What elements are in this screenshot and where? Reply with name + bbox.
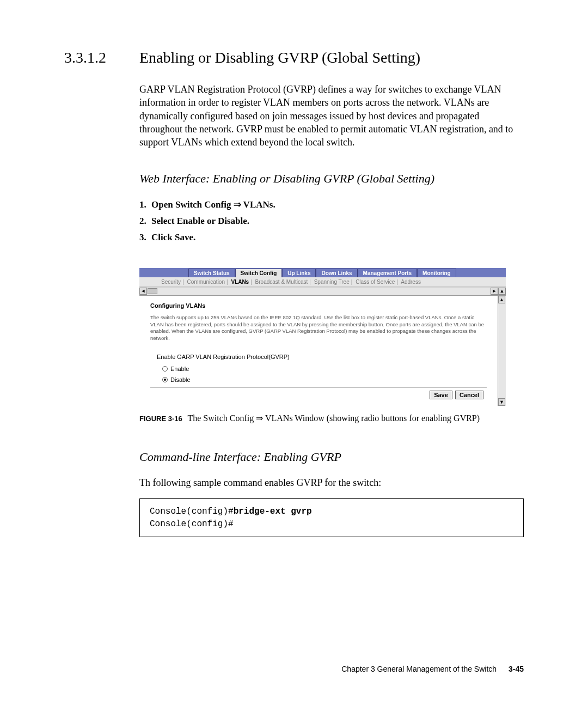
save-button[interactable]: Save xyxy=(430,391,452,399)
cli-line1-prefix: Console(config)# xyxy=(150,507,234,516)
radio-enable-dot[interactable] xyxy=(162,366,168,372)
step-2: Select Enable or Disable. xyxy=(151,216,249,226)
panel-description: The switch supports up to 255 VLANs base… xyxy=(150,314,487,341)
cli-line1-command: bridge-ext gvrp xyxy=(234,507,312,516)
cli-intro: Th following sample command enables GVRP… xyxy=(139,477,524,489)
cancel-button[interactable]: Cancel xyxy=(455,391,483,399)
subnav-address[interactable]: Address xyxy=(401,279,421,285)
scroll-left-icon[interactable]: ◄ xyxy=(139,288,147,295)
subnav-security[interactable]: Security xyxy=(161,279,181,285)
subnav-communication[interactable]: Communication xyxy=(187,279,225,285)
cli-code-block: Console(config)#bridge-ext gvrp Console(… xyxy=(139,498,524,537)
subnav-broadcast-multicast[interactable]: Broadcast & Multicast xyxy=(255,279,308,285)
subnav-class-of-service[interactable]: Class of Service xyxy=(356,279,395,285)
cli-heading: Command-line Interface: Enabling GVRP xyxy=(139,450,524,464)
radio-disable-dot[interactable] xyxy=(162,377,168,382)
step-3: Click Save. xyxy=(151,232,195,242)
tab-switch-config[interactable]: Switch Config xyxy=(235,269,283,277)
sub-nav: Security| Communication| VLANs| Broadcas… xyxy=(139,277,506,287)
figure-label: FIGURE 3-16 xyxy=(139,415,182,423)
section-paragraph: GARP VLAN Registration Protocol (GVRP) d… xyxy=(139,83,524,149)
main-tabs: Switch Status Switch Config Up Links Dow… xyxy=(139,268,506,277)
scroll-up-icon[interactable]: ▲ xyxy=(498,296,505,303)
step-1: Open Switch Config ⇒ VLANs. xyxy=(151,199,275,210)
subnav-vlans[interactable]: VLANs xyxy=(231,279,249,285)
scroll-right-icon[interactable]: ► xyxy=(491,288,498,295)
web-interface-heading: Web Interface: Enabling or Disabling GVR… xyxy=(139,172,524,186)
radio-disable[interactable]: Disable xyxy=(162,376,487,383)
section-number: 3.3.1.2 xyxy=(64,49,139,66)
tab-switch-status[interactable]: Switch Status xyxy=(188,269,235,277)
page-footer: Chapter 3 General Management of the Swit… xyxy=(341,665,524,673)
vlans-window-screenshot: Switch Status Switch Config Up Links Dow… xyxy=(139,268,506,405)
scroll-up-icon[interactable]: ▲ xyxy=(498,288,506,295)
panel-title: Configuring VLANs xyxy=(150,302,487,309)
web-interface-steps: 1.Open Switch Config ⇒ VLANs. 2.Select E… xyxy=(139,199,524,243)
tab-down-links[interactable]: Down Links xyxy=(316,269,357,277)
radio-enable-label: Enable xyxy=(170,366,189,372)
figure-caption: FIGURE 3-16 The Switch Config ⇒ VLANs Wi… xyxy=(139,412,524,424)
footer-chapter: Chapter 3 General Management of the Swit… xyxy=(341,665,497,673)
horizontal-scrollbar[interactable]: ◄ ► ▲ xyxy=(139,287,506,296)
section-title: Enabling or Disabling GVRP (Global Setti… xyxy=(139,49,420,66)
vertical-scrollbar[interactable]: ▲ ▼ xyxy=(498,296,506,405)
tab-management-ports[interactable]: Management Ports xyxy=(358,269,417,277)
tab-up-links[interactable]: Up Links xyxy=(282,269,316,277)
scroll-down-icon[interactable]: ▼ xyxy=(498,398,505,406)
radio-disable-label: Disable xyxy=(170,376,191,383)
cli-line2: Console(config)# xyxy=(150,519,234,529)
footer-page-number: 3-45 xyxy=(509,665,524,673)
radio-enable[interactable]: Enable xyxy=(162,366,487,372)
scroll-thumb[interactable] xyxy=(148,288,157,294)
subnav-spanning-tree[interactable]: Spanning Tree xyxy=(314,279,350,285)
tab-monitoring[interactable]: Monitoring xyxy=(417,269,456,277)
gvrp-field-label: Enable GARP VLAN Registration Protocol(G… xyxy=(157,354,487,360)
figure-text: The Switch Config ⇒ VLANs Window (showin… xyxy=(187,413,480,423)
